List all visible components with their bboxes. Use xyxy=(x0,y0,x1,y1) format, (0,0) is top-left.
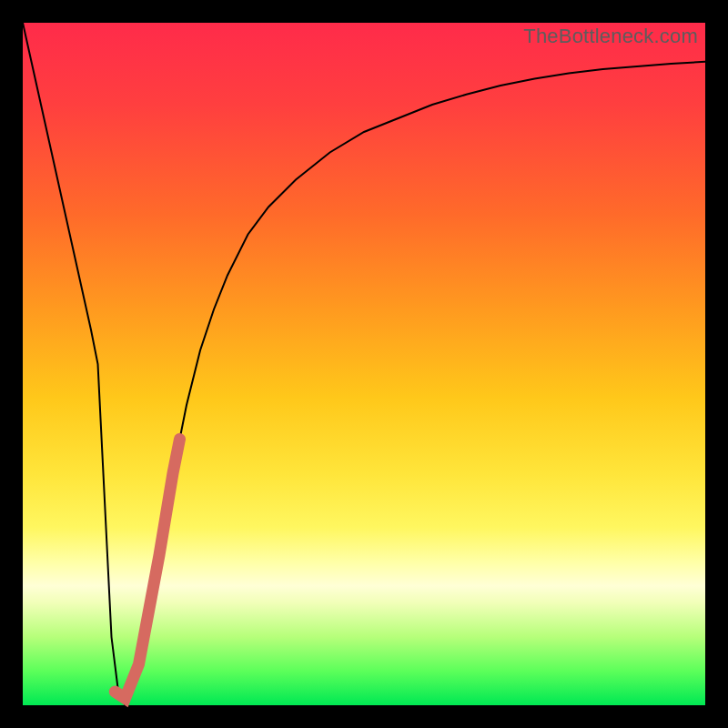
main-curve xyxy=(23,23,705,705)
highlight-segment xyxy=(115,440,179,699)
watermark-text: TheBottleneck.com xyxy=(523,25,698,48)
curve-layer xyxy=(23,23,705,705)
plot-area: TheBottleneck.com xyxy=(23,23,705,705)
chart-frame: TheBottleneck.com xyxy=(0,0,728,728)
highlight-layer xyxy=(115,440,179,699)
chart-svg xyxy=(23,23,705,705)
